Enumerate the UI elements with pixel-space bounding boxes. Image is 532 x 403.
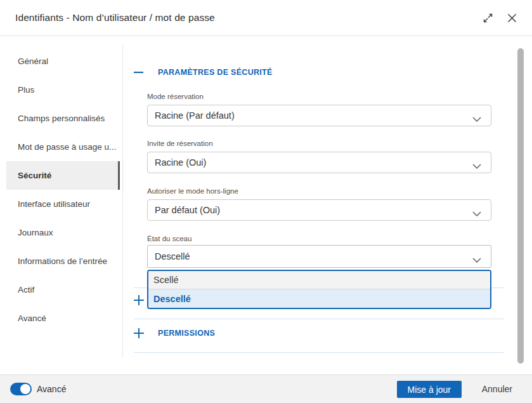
- field-reservation-prompt: Invite de réservation Racine (Oui): [147, 140, 491, 173]
- chevron-down-icon: [472, 254, 481, 265]
- dropdown-option-unsealed[interactable]: Descellé: [148, 289, 490, 308]
- section-permissions-header[interactable]: PERMISSIONS: [134, 327, 215, 339]
- collapse-minus-icon[interactable]: [134, 71, 144, 74]
- chevron-down-icon: [472, 208, 481, 218]
- sidebar-item-general[interactable]: Général: [0, 47, 122, 76]
- field-label: Mode réservation: [147, 93, 491, 100]
- select-value: Racine (Par défaut): [155, 110, 235, 121]
- sidebar-divider: [122, 45, 123, 357]
- reservation-mode-select[interactable]: Racine (Par défaut): [147, 105, 491, 126]
- seal-status-select[interactable]: Descellé: [147, 245, 491, 268]
- dialog-header: Identifiants - Nom d’utilisateur / mot d…: [0, 0, 532, 36]
- section-title: PARAMÈTRES DE SÉCURITÉ: [158, 68, 273, 77]
- sidebar-item-logs[interactable]: Journaux: [0, 218, 122, 247]
- advanced-toggle[interactable]: [10, 383, 32, 395]
- sidebar-item-advanced[interactable]: Avancé: [0, 304, 122, 333]
- sidebar: Général Plus Champs personnalisés Mot de…: [0, 47, 122, 333]
- section-divider: [134, 319, 504, 319]
- expand-plus-icon[interactable]: [134, 328, 144, 338]
- sidebar-item-custom-fields[interactable]: Champs personnalisés: [0, 104, 122, 133]
- content-panel: PARAMÈTRES DE SÉCURITÉ Mode réservation …: [134, 36, 532, 374]
- reservation-prompt-select[interactable]: Racine (Oui): [147, 152, 491, 173]
- field-allow-offline-mode: Autoriser le mode hors-ligne Par défaut …: [147, 187, 491, 221]
- field-seal-status: État du sceau Descellé: [147, 235, 491, 268]
- cancel-button[interactable]: Annuler: [482, 375, 512, 403]
- chevron-down-icon: [472, 161, 481, 171]
- chevron-down-icon: [472, 114, 481, 124]
- sidebar-item-entry-information[interactable]: Informations de l’entrée: [0, 247, 122, 275]
- seal-status-dropdown-list: Scellé Descellé: [147, 270, 491, 309]
- field-label: État du sceau: [147, 235, 491, 242]
- dropdown-option-sealed[interactable]: Scellé: [148, 271, 490, 289]
- offline-mode-select[interactable]: Par défaut (Oui): [147, 199, 491, 221]
- toggle-knob: [20, 384, 30, 394]
- dialog-body: Général Plus Champs personnalisés Mot de…: [0, 36, 532, 374]
- update-button[interactable]: Mise à jour: [397, 381, 462, 398]
- field-label: Invite de réservation: [147, 140, 491, 147]
- sidebar-item-more[interactable]: Plus: [0, 76, 122, 104]
- section-security-settings-header[interactable]: PARAMÈTRES DE SÉCURITÉ: [134, 67, 273, 78]
- field-reservation-mode: Mode réservation Racine (Par défaut): [147, 93, 491, 126]
- dialog-title: Identifiants - Nom d’utilisateur / mot d…: [15, 12, 215, 23]
- vertical-scrollbar[interactable]: [517, 48, 524, 364]
- section-divider: [134, 352, 504, 353]
- sidebar-item-security[interactable]: Sécurité: [6, 161, 120, 190]
- expand-icon[interactable]: [483, 13, 493, 23]
- section-title: PERMISSIONS: [158, 329, 215, 338]
- sidebar-item-one-time-password[interactable]: Mot de passe à usage u...: [0, 133, 122, 161]
- header-icons: [483, 0, 517, 36]
- collapsed-section-plus-icon[interactable]: [134, 295, 144, 308]
- dialog-footer: Avancé Mise à jour Annuler: [0, 374, 532, 403]
- advanced-toggle-label: Avancé: [37, 375, 66, 403]
- sidebar-item-asset[interactable]: Actif: [0, 275, 122, 304]
- credentials-dialog: Identifiants - Nom d’utilisateur / mot d…: [0, 0, 532, 403]
- select-value: Racine (Oui): [155, 157, 206, 168]
- select-value: Par défaut (Oui): [155, 205, 220, 215]
- sidebar-item-user-interface[interactable]: Interface utilisateur: [0, 190, 122, 218]
- close-icon[interactable]: [507, 13, 517, 23]
- select-value: Descellé: [155, 251, 190, 261]
- field-label: Autoriser le mode hors-ligne: [147, 187, 491, 195]
